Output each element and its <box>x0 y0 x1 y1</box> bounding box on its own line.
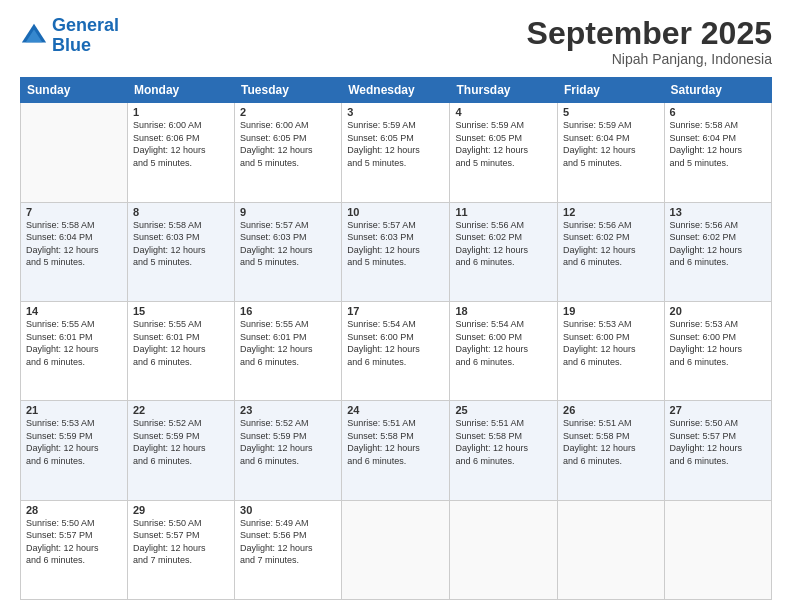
table-row: 24Sunrise: 5:51 AM Sunset: 5:58 PM Dayli… <box>342 401 450 500</box>
table-row: 11Sunrise: 5:56 AM Sunset: 6:02 PM Dayli… <box>450 202 558 301</box>
day-number: 10 <box>347 206 444 218</box>
day-number: 17 <box>347 305 444 317</box>
day-info: Sunrise: 5:59 AM Sunset: 6:05 PM Dayligh… <box>347 119 444 169</box>
day-number: 21 <box>26 404 122 416</box>
col-friday: Friday <box>558 78 665 103</box>
title-block: September 2025 Nipah Panjang, Indonesia <box>527 16 772 67</box>
day-info: Sunrise: 6:00 AM Sunset: 6:06 PM Dayligh… <box>133 119 229 169</box>
day-info: Sunrise: 5:51 AM Sunset: 5:58 PM Dayligh… <box>563 417 659 467</box>
day-info: Sunrise: 5:57 AM Sunset: 6:03 PM Dayligh… <box>347 219 444 269</box>
logo-text: GeneralBlue <box>52 16 119 56</box>
logo: GeneralBlue <box>20 16 119 56</box>
day-number: 27 <box>670 404 766 416</box>
day-info: Sunrise: 5:50 AM Sunset: 5:57 PM Dayligh… <box>670 417 766 467</box>
day-info: Sunrise: 6:00 AM Sunset: 6:05 PM Dayligh… <box>240 119 336 169</box>
calendar-header-row: Sunday Monday Tuesday Wednesday Thursday… <box>21 78 772 103</box>
day-info: Sunrise: 5:58 AM Sunset: 6:04 PM Dayligh… <box>670 119 766 169</box>
day-info: Sunrise: 5:51 AM Sunset: 5:58 PM Dayligh… <box>455 417 552 467</box>
col-sunday: Sunday <box>21 78 128 103</box>
table-row <box>664 500 771 599</box>
table-row: 14Sunrise: 5:55 AM Sunset: 6:01 PM Dayli… <box>21 301 128 400</box>
day-info: Sunrise: 5:53 AM Sunset: 6:00 PM Dayligh… <box>670 318 766 368</box>
day-number: 30 <box>240 504 336 516</box>
table-row: 4Sunrise: 5:59 AM Sunset: 6:05 PM Daylig… <box>450 103 558 202</box>
table-row: 17Sunrise: 5:54 AM Sunset: 6:00 PM Dayli… <box>342 301 450 400</box>
calendar-week-row: 21Sunrise: 5:53 AM Sunset: 5:59 PM Dayli… <box>21 401 772 500</box>
table-row: 26Sunrise: 5:51 AM Sunset: 5:58 PM Dayli… <box>558 401 665 500</box>
calendar-week-row: 7Sunrise: 5:58 AM Sunset: 6:04 PM Daylig… <box>21 202 772 301</box>
day-info: Sunrise: 5:52 AM Sunset: 5:59 PM Dayligh… <box>240 417 336 467</box>
day-number: 22 <box>133 404 229 416</box>
day-info: Sunrise: 5:59 AM Sunset: 6:04 PM Dayligh… <box>563 119 659 169</box>
day-info: Sunrise: 5:56 AM Sunset: 6:02 PM Dayligh… <box>670 219 766 269</box>
day-info: Sunrise: 5:54 AM Sunset: 6:00 PM Dayligh… <box>455 318 552 368</box>
table-row: 25Sunrise: 5:51 AM Sunset: 5:58 PM Dayli… <box>450 401 558 500</box>
day-info: Sunrise: 5:53 AM Sunset: 6:00 PM Dayligh… <box>563 318 659 368</box>
day-number: 6 <box>670 106 766 118</box>
day-info: Sunrise: 5:51 AM Sunset: 5:58 PM Dayligh… <box>347 417 444 467</box>
day-number: 14 <box>26 305 122 317</box>
table-row: 10Sunrise: 5:57 AM Sunset: 6:03 PM Dayli… <box>342 202 450 301</box>
day-number: 26 <box>563 404 659 416</box>
day-number: 15 <box>133 305 229 317</box>
table-row: 1Sunrise: 6:00 AM Sunset: 6:06 PM Daylig… <box>127 103 234 202</box>
day-info: Sunrise: 5:52 AM Sunset: 5:59 PM Dayligh… <box>133 417 229 467</box>
logo-icon <box>20 22 48 50</box>
day-number: 19 <box>563 305 659 317</box>
table-row: 16Sunrise: 5:55 AM Sunset: 6:01 PM Dayli… <box>235 301 342 400</box>
col-tuesday: Tuesday <box>235 78 342 103</box>
day-number: 9 <box>240 206 336 218</box>
day-info: Sunrise: 5:58 AM Sunset: 6:03 PM Dayligh… <box>133 219 229 269</box>
day-info: Sunrise: 5:59 AM Sunset: 6:05 PM Dayligh… <box>455 119 552 169</box>
table-row: 2Sunrise: 6:00 AM Sunset: 6:05 PM Daylig… <box>235 103 342 202</box>
day-info: Sunrise: 5:58 AM Sunset: 6:04 PM Dayligh… <box>26 219 122 269</box>
table-row: 19Sunrise: 5:53 AM Sunset: 6:00 PM Dayli… <box>558 301 665 400</box>
day-number: 28 <box>26 504 122 516</box>
day-number: 23 <box>240 404 336 416</box>
calendar-week-row: 14Sunrise: 5:55 AM Sunset: 6:01 PM Dayli… <box>21 301 772 400</box>
col-monday: Monday <box>127 78 234 103</box>
day-info: Sunrise: 5:53 AM Sunset: 5:59 PM Dayligh… <box>26 417 122 467</box>
col-wednesday: Wednesday <box>342 78 450 103</box>
calendar-week-row: 1Sunrise: 6:00 AM Sunset: 6:06 PM Daylig… <box>21 103 772 202</box>
table-row: 21Sunrise: 5:53 AM Sunset: 5:59 PM Dayli… <box>21 401 128 500</box>
day-number: 7 <box>26 206 122 218</box>
day-number: 5 <box>563 106 659 118</box>
table-row: 29Sunrise: 5:50 AM Sunset: 5:57 PM Dayli… <box>127 500 234 599</box>
table-row: 27Sunrise: 5:50 AM Sunset: 5:57 PM Dayli… <box>664 401 771 500</box>
table-row: 22Sunrise: 5:52 AM Sunset: 5:59 PM Dayli… <box>127 401 234 500</box>
table-row: 7Sunrise: 5:58 AM Sunset: 6:04 PM Daylig… <box>21 202 128 301</box>
table-row: 30Sunrise: 5:49 AM Sunset: 5:56 PM Dayli… <box>235 500 342 599</box>
day-number: 11 <box>455 206 552 218</box>
table-row: 8Sunrise: 5:58 AM Sunset: 6:03 PM Daylig… <box>127 202 234 301</box>
day-info: Sunrise: 5:56 AM Sunset: 6:02 PM Dayligh… <box>455 219 552 269</box>
table-row: 28Sunrise: 5:50 AM Sunset: 5:57 PM Dayli… <box>21 500 128 599</box>
table-row: 3Sunrise: 5:59 AM Sunset: 6:05 PM Daylig… <box>342 103 450 202</box>
day-number: 4 <box>455 106 552 118</box>
table-row: 6Sunrise: 5:58 AM Sunset: 6:04 PM Daylig… <box>664 103 771 202</box>
col-thursday: Thursday <box>450 78 558 103</box>
day-number: 13 <box>670 206 766 218</box>
location: Nipah Panjang, Indonesia <box>527 51 772 67</box>
table-row <box>558 500 665 599</box>
col-saturday: Saturday <box>664 78 771 103</box>
table-row: 18Sunrise: 5:54 AM Sunset: 6:00 PM Dayli… <box>450 301 558 400</box>
day-number: 1 <box>133 106 229 118</box>
day-number: 12 <box>563 206 659 218</box>
day-number: 29 <box>133 504 229 516</box>
day-info: Sunrise: 5:57 AM Sunset: 6:03 PM Dayligh… <box>240 219 336 269</box>
day-info: Sunrise: 5:50 AM Sunset: 5:57 PM Dayligh… <box>133 517 229 567</box>
table-row <box>450 500 558 599</box>
header: GeneralBlue September 2025 Nipah Panjang… <box>20 16 772 67</box>
day-number: 18 <box>455 305 552 317</box>
day-info: Sunrise: 5:55 AM Sunset: 6:01 PM Dayligh… <box>26 318 122 368</box>
table-row: 15Sunrise: 5:55 AM Sunset: 6:01 PM Dayli… <box>127 301 234 400</box>
day-info: Sunrise: 5:54 AM Sunset: 6:00 PM Dayligh… <box>347 318 444 368</box>
table-row <box>21 103 128 202</box>
table-row: 23Sunrise: 5:52 AM Sunset: 5:59 PM Dayli… <box>235 401 342 500</box>
day-info: Sunrise: 5:50 AM Sunset: 5:57 PM Dayligh… <box>26 517 122 567</box>
day-number: 8 <box>133 206 229 218</box>
day-number: 2 <box>240 106 336 118</box>
month-year: September 2025 <box>527 16 772 51</box>
calendar: Sunday Monday Tuesday Wednesday Thursday… <box>20 77 772 600</box>
